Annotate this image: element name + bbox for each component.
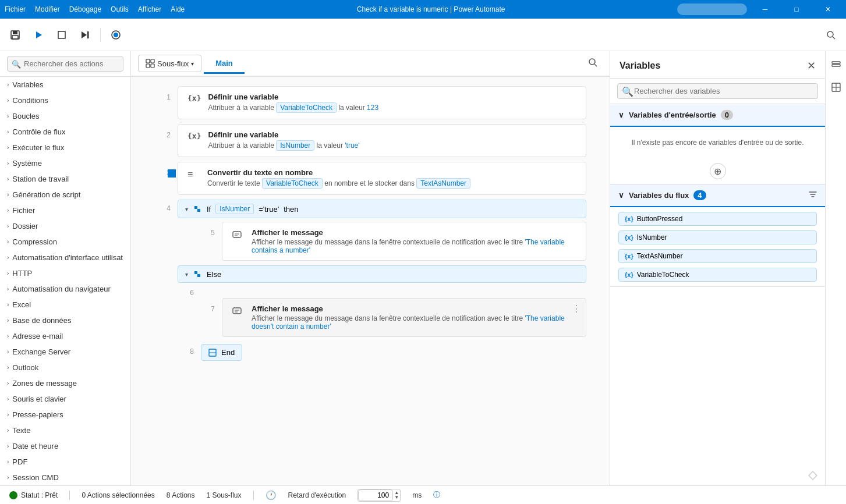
else-header[interactable]: ▾ Else bbox=[178, 265, 586, 283]
tab-main[interactable]: Main bbox=[204, 54, 245, 74]
action-card-2[interactable]: {x} Définir une variable Attribuer à la … bbox=[178, 124, 586, 157]
sidebar-item-zones[interactable]: ›Zones de message bbox=[0, 375, 130, 391]
variables-search-input[interactable] bbox=[617, 83, 818, 99]
subflow-label: Sous-flux bbox=[157, 59, 189, 68]
delay-spinner: ▲ ▼ bbox=[393, 491, 400, 500]
var-section-io: ∨ Variables d'entrée/sortie 0 Il n'exist… bbox=[610, 104, 825, 184]
minimize-button[interactable]: ─ bbox=[752, 0, 778, 19]
sidebar-item-navigateur[interactable]: ›Automatisation du navigateur bbox=[0, 281, 130, 297]
sidebar-item-station[interactable]: ›Station de travail bbox=[0, 171, 130, 187]
end-icon bbox=[208, 349, 217, 357]
var-item-buttonpressed[interactable]: {x} ButtonPressed bbox=[618, 212, 817, 226]
svg-rect-12 bbox=[151, 59, 154, 63]
sidebar-item-automatisation-ui[interactable]: ›Automatisation d'interface utilisat bbox=[0, 250, 130, 265]
sidebar-item-outlook[interactable]: ›Outlook bbox=[0, 360, 130, 375]
sidebar-item-systeme[interactable]: ›Système bbox=[0, 155, 130, 171]
action-more-button-7[interactable]: ⋮ bbox=[572, 303, 581, 314]
maximize-button[interactable]: □ bbox=[783, 0, 810, 19]
sidebar-item-date[interactable]: ›Date et heure bbox=[0, 438, 130, 454]
if-icon bbox=[193, 204, 202, 214]
sidebar-item-executer[interactable]: ›Exécuter le flux bbox=[0, 140, 130, 155]
sidebar-item-presse[interactable]: ›Presse-papiers bbox=[0, 407, 130, 423]
sidebar-item-exchange[interactable]: ›Exchange Server bbox=[0, 344, 130, 360]
svg-line-10 bbox=[833, 37, 835, 39]
action-title-3: Convertir du texte en nombre bbox=[207, 168, 576, 177]
menu-modifier[interactable]: Modifier bbox=[35, 5, 60, 13]
var-section-io-header[interactable]: ∨ Variables d'entrée/sortie 0 bbox=[610, 104, 825, 127]
var-label-textasnumber: TextAsNumber bbox=[637, 252, 683, 260]
action-var1-2: IsNumber bbox=[276, 140, 314, 151]
window-controls: ─ □ ✕ bbox=[677, 0, 841, 19]
menu-outils[interactable]: Outils bbox=[111, 5, 129, 13]
svg-line-16 bbox=[594, 64, 597, 66]
sidebar-item-compression[interactable]: ›Compression bbox=[0, 234, 130, 250]
canvas-search-button[interactable] bbox=[820, 24, 841, 45]
else-number: 6 bbox=[178, 283, 194, 297]
action-card-3[interactable]: ≡ Convertir du texte en nombre Convertir… bbox=[178, 162, 586, 195]
action-title-2: Définir une variable bbox=[208, 130, 576, 139]
sidebar-search-input[interactable] bbox=[7, 56, 123, 72]
if-collapse-icon[interactable]: ▾ bbox=[185, 206, 188, 212]
sidebar-item-pdf[interactable]: ›PDF bbox=[0, 454, 130, 470]
sidebar-item-http[interactable]: ›HTTP bbox=[0, 265, 130, 281]
save-button[interactable] bbox=[5, 24, 26, 45]
sidebar-item-email[interactable]: ›Adresse e-mail bbox=[0, 328, 130, 344]
sidebar-item-dossier[interactable]: ›Dossier bbox=[0, 218, 130, 234]
else-collapse-icon[interactable]: ▾ bbox=[185, 271, 188, 278]
action-card-7[interactable]: Afficher le message Afficher le message … bbox=[222, 298, 586, 337]
close-button[interactable]: ✕ bbox=[815, 0, 841, 19]
flow-search-button[interactable] bbox=[583, 55, 603, 73]
var-section-filter-icon[interactable] bbox=[809, 190, 817, 200]
record-button[interactable] bbox=[105, 24, 126, 45]
action-content-2: Définir une variable Attribuer à la vari… bbox=[208, 130, 576, 151]
sidebar-item-fichier[interactable]: ›Fichier bbox=[0, 203, 130, 218]
actions-sidebar: 🔍 ›Variables ›Conditions ›Boucles ›Contr… bbox=[0, 51, 131, 485]
action-card-5[interactable]: Afficher le message Afficher le message … bbox=[222, 222, 586, 261]
menu-debogage[interactable]: Débogage bbox=[69, 5, 101, 13]
subflows-label: 1 Sous-flux bbox=[207, 491, 242, 499]
diamond-icon bbox=[808, 470, 818, 481]
mini-grid-button[interactable] bbox=[828, 79, 844, 95]
sidebar-item-conditions[interactable]: ›Conditions bbox=[0, 93, 130, 108]
menu-aide[interactable]: Aide bbox=[171, 5, 185, 13]
delay-info-icon[interactable]: ⓘ bbox=[433, 490, 440, 500]
variables-close-button[interactable]: ✕ bbox=[807, 59, 816, 72]
next-step-button[interactable] bbox=[75, 24, 95, 45]
action-desc-1: Attribuer à la variable VariableToCheck … bbox=[208, 102, 576, 113]
mini-layers-button[interactable] bbox=[828, 56, 844, 72]
else-inner-content: 7 Afficher le message Afficher le messag… bbox=[199, 298, 586, 337]
sidebar-item-boucles[interactable]: ›Boucles bbox=[0, 108, 130, 124]
run-button[interactable] bbox=[28, 24, 49, 45]
sidebar-item-cmd[interactable]: ›Session CMD bbox=[0, 470, 130, 485]
sidebar-item-bdd[interactable]: ›Base de données bbox=[0, 313, 130, 328]
var-item-isnumber[interactable]: {x} IsNumber bbox=[618, 230, 817, 244]
sidebar-item-generation[interactable]: ›Génération de script bbox=[0, 187, 130, 203]
sidebar-item-variables[interactable]: ›Variables bbox=[0, 77, 130, 93]
sidebar-item-excel[interactable]: ›Excel bbox=[0, 297, 130, 313]
var-items-list: {x} ButtonPressed {x} IsNumber {x} TextA… bbox=[610, 207, 825, 286]
var-section-flow-header[interactable]: ∨ Variables du flux 4 bbox=[610, 184, 825, 207]
subflow-button[interactable]: Sous-flux ▾ bbox=[138, 55, 201, 72]
menu-afficher[interactable]: Afficher bbox=[138, 5, 161, 13]
sidebar-item-texte[interactable]: ›Texte bbox=[0, 423, 130, 438]
variables-panel-footer bbox=[610, 466, 825, 485]
variables-body: ∨ Variables d'entrée/sortie 0 Il n'exist… bbox=[610, 104, 825, 466]
if-condition-op: ='true' bbox=[259, 205, 279, 214]
canvas-content: 1 {x} Définir une variable Attribuer à l… bbox=[131, 77, 610, 485]
delay-spin-down[interactable]: ▼ bbox=[393, 495, 400, 500]
sidebar-item-souris[interactable]: ›Souris et clavier bbox=[0, 391, 130, 407]
svg-rect-14 bbox=[151, 64, 154, 68]
action-card-1[interactable]: {x} Définir une variable Attribuer à la … bbox=[178, 86, 586, 119]
delay-input[interactable] bbox=[358, 489, 393, 501]
if-header[interactable]: ▾ If IsNumber ='true' then bbox=[178, 200, 586, 218]
if-inner-content: 5 Afficher le message Afficher le messag… bbox=[199, 222, 586, 261]
menu-fichier[interactable]: Fichier bbox=[5, 5, 26, 13]
var-item-variabletocheck[interactable]: {x} VariableToCheck bbox=[618, 268, 817, 282]
var-add-io-button[interactable]: ⊕ bbox=[710, 163, 726, 179]
end-button[interactable]: End bbox=[201, 344, 242, 361]
sidebar-item-controle[interactable]: ›Contrôle de flux bbox=[0, 124, 130, 140]
user-avatar bbox=[677, 3, 747, 15]
var-item-textasnumber[interactable]: {x} TextAsNumber bbox=[618, 249, 817, 263]
stop-button[interactable] bbox=[51, 24, 72, 45]
toolbar bbox=[0, 19, 846, 51]
